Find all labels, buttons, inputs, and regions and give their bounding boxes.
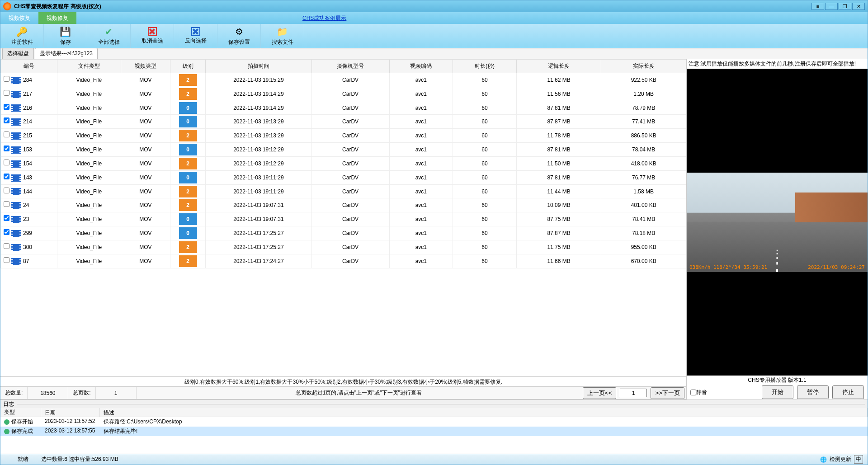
level-legend: 级别0,有效数据大于60%;级别1,有效数据大于30%小于50%;级别2,有效数… [0,377,686,387]
row-checkbox[interactable] [4,201,9,207]
save-button[interactable]: 💾保存 [44,24,87,48]
minimize-button[interactable]: — [825,3,838,10]
tab-results[interactable]: 显示结果--->I:\32g123 [35,48,98,59]
prev-page-button[interactable]: 上一页<< [583,387,617,399]
menu-icon[interactable]: ≡ [811,3,824,10]
table-row[interactable]: 216 Video_FileMOV0 2022-11-03 19:14:29Ca… [1,101,686,115]
register-button[interactable]: 🔑注册软件 [0,24,44,48]
log-col-date[interactable]: 日期 [41,408,100,417]
video-file-icon [11,77,21,84]
col-camera[interactable]: 摄像机型号 [311,60,389,73]
table-row[interactable]: 153 Video_FileMOV0 2022-11-03 19:12:29Ca… [1,143,686,157]
toolbar: 🔑注册软件 💾保存 ✔全部选择 ✖取消全选 ✖反向选择 ⚙保存设置 📁搜索文件 [0,24,868,48]
table-row[interactable]: 87 Video_FileMOV2 2022-11-03 17:24:27Car… [1,254,686,268]
log-col-desc[interactable]: 描述 [100,408,868,417]
log-row[interactable]: 保存完成2023-03-12 13:57:55保存结果完毕! [0,427,868,436]
key-icon: 🔑 [16,26,28,38]
page-input[interactable] [620,389,647,397]
mute-checkbox[interactable]: 静音 [690,389,707,396]
check-update-link[interactable]: 检测更新 [830,456,851,463]
close-button[interactable]: ✕ [852,3,865,10]
row-checkbox[interactable] [4,229,9,235]
titlebar: CHS零壹视频恢复程序 高级版(按次) ≡ — ❐ ✕ [0,0,868,12]
col-videotype[interactable]: 视频类型 [121,60,170,73]
log-col-type[interactable]: 类型 [0,408,41,417]
log-header: 日志 [0,400,868,408]
row-checkbox[interactable] [4,104,9,110]
preview-osd-left: 038Km/h 118/2°/34 35:59:21 [689,264,767,270]
pause-button[interactable]: 暂停 [797,385,829,399]
row-checkbox[interactable] [4,76,9,82]
maximize-button[interactable]: ❐ [839,3,851,10]
video-file-icon [11,160,21,168]
video-preview[interactable]: 038Km/h 118/2°/34 35:59:21 2022/11/03 09… [687,69,868,376]
video-file-icon [11,244,21,251]
ime-indicator[interactable]: 中 [854,455,863,464]
row-checkbox[interactable] [4,132,9,137]
tab-select-disk[interactable]: 选择磁盘 [2,48,34,59]
table-row[interactable]: 300 Video_FileMOV2 2022-11-03 17:25:27Ca… [1,240,686,254]
tab-video-repair[interactable]: 视频修复 [38,12,76,24]
results-table[interactable]: 编号 文件类型 视频类型 级别 拍摄时间 摄像机型号 视频编码 时长(秒) 逻辑… [0,59,686,377]
check-icon: ✔ [103,26,115,38]
col-realsize[interactable]: 实际长度 [601,60,686,73]
success-cases-link[interactable]: CHS成功案例展示 [302,14,346,22]
table-row[interactable]: 23 Video_FileMOV0 2022-11-03 19:07:31Car… [1,212,686,226]
pager: 总数量: 18560 总页数: 1 总页数超过1页的,请点击"上一页"或"下一页… [0,387,686,399]
row-checkbox[interactable] [4,243,9,249]
col-id[interactable]: 编号 [1,60,57,73]
video-file-icon [11,258,21,265]
col-codec[interactable]: 视频编码 [389,60,453,73]
video-file-icon [11,132,21,140]
row-checkbox[interactable] [4,257,9,263]
table-row[interactable]: 214 Video_FileMOV0 2022-11-03 19:13:29Ca… [1,115,686,129]
video-file-icon [11,216,21,223]
row-checkbox[interactable] [4,188,9,193]
next-page-button[interactable]: >>下一页 [651,387,684,399]
row-checkbox[interactable] [4,117,9,123]
row-checkbox[interactable] [4,160,9,165]
video-file-icon [11,118,21,126]
invert-selection-button[interactable]: ✖反向选择 [174,24,217,48]
total-value: 18560 [40,390,55,396]
row-checkbox[interactable] [4,90,9,96]
info-icon [4,419,9,425]
table-row[interactable]: 24 Video_FileMOV2 2022-11-03 19:07:31Car… [1,198,686,212]
gear-icon: ⚙ [233,26,245,38]
row-checkbox[interactable] [4,146,9,151]
table-row[interactable]: 143 Video_FileMOV0 2022-11-03 19:11:29Ca… [1,170,686,184]
x-blue-icon: ✖ [191,27,200,36]
video-file-icon [11,146,21,154]
video-file-icon [11,188,21,195]
col-logicalsize[interactable]: 逻辑长度 [516,60,601,73]
globe-icon: 🌐 [820,456,827,463]
log-row[interactable]: 保存开始2023-03-12 13:57:52保存路径:C:\Users\CPX… [0,417,868,427]
table-row[interactable]: 299 Video_FileMOV0 2022-11-03 17:25:27Ca… [1,226,686,240]
play-button[interactable]: 开始 [762,385,793,399]
col-duration[interactable]: 时长(秒) [453,60,517,73]
search-files-button[interactable]: 📁搜索文件 [261,24,304,48]
log-rows[interactable]: 保存开始2023-03-12 13:57:52保存路径:C:\Users\CPX… [0,417,868,454]
row-checkbox[interactable] [4,174,9,179]
col-time[interactable]: 拍摄时间 [206,60,311,73]
pages-value: 1 [114,390,118,396]
status-selection: 选中数量:6 选中容量:526.93 MB [41,456,820,463]
col-filetype[interactable]: 文件类型 [57,60,121,73]
table-row[interactable]: 284 Video_FileMOV2 2022-11-03 19:15:29Ca… [1,73,686,87]
table-row[interactable]: 154 Video_FileMOV2 2022-11-03 19:12:29Ca… [1,156,686,170]
table-row[interactable]: 144 Video_FileMOV2 2022-11-03 19:11:29Ca… [1,184,686,198]
col-level[interactable]: 级别 [170,60,206,73]
table-row[interactable]: 217 Video_FileMOV2 2022-11-03 19:14:29Ca… [1,87,686,101]
select-all-button[interactable]: ✔全部选择 [87,24,131,48]
stop-button[interactable]: 停止 [832,385,864,399]
info-icon [4,429,9,434]
status-ready: 就绪 [5,456,41,463]
video-file-icon [11,91,21,98]
deselect-all-button[interactable]: ✖取消全选 [131,24,174,48]
row-checkbox[interactable] [4,215,9,221]
save-settings-button[interactable]: ⚙保存设置 [217,24,261,48]
table-row[interactable]: 215 Video_FileMOV2 2022-11-03 19:13:29Ca… [1,129,686,143]
tab-video-recover[interactable]: 视频恢复 [0,12,38,24]
player-controls: 静音 开始 暂停 停止 [687,385,868,399]
video-file-icon [11,104,21,112]
